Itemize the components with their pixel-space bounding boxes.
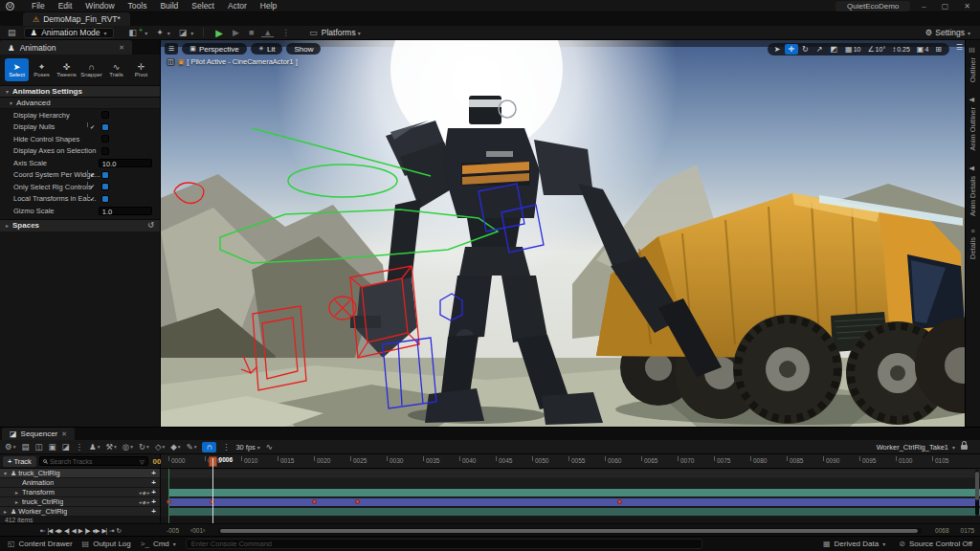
keyframe-options-icon[interactable]: ◇ ▾ [155,442,165,452]
snap-options-icon[interactable]: ⋮ [222,442,231,452]
loop-toggle-button[interactable]: ↻ [117,527,121,535]
close-icon[interactable]: ✕ [61,430,67,438]
spaces-settings-icon[interactable]: ↺ [147,221,154,230]
keyframe-nav[interactable]: ◂◆▸ [139,490,150,496]
platforms-button[interactable]: ▭ Platforms ▾ [307,28,360,37]
fps-selector[interactable]: 30 fps ▾ [235,443,259,452]
sequencer-track-row[interactable]: ▸ ♟ truck_CtrlRig ◂◆▸ + [0,497,160,507]
keyframe-dot[interactable] [312,499,317,504]
blueprints-button[interactable]: ✦ ▾ [154,28,170,37]
checkbox[interactable]: ✓ [101,171,109,179]
advanced-header[interactable]: ▾ Advanced [0,98,160,109]
browse-sequence-icon[interactable]: ◫ ▾ [34,442,42,452]
rotation-snap-icon[interactable]: ∠ 10° [864,44,888,55]
edit-options-icon[interactable]: ✎ ▾ [187,442,197,452]
grid-snap-icon[interactable]: ▦ 10 [842,44,863,55]
set-end-button[interactable]: ⇥ [109,527,113,535]
add-section-icon[interactable]: + [151,469,156,477]
sequencer-track-row[interactable]: ♟ Animation ◂◆▸ + [0,478,160,488]
level-tab[interactable]: ⚠ DemoMap_Fin_RVT* [23,12,130,26]
value-field[interactable]: 10.0 [99,159,152,167]
menu-item[interactable]: Tools [122,1,153,11]
cinematics-button[interactable]: ◪ ▾ [177,28,194,37]
menu-item[interactable]: Select [186,1,220,11]
save-icon[interactable]: ▤ [6,28,18,37]
playhead[interactable]: 0006 [212,454,213,523]
sequence-breadcrumb[interactable]: Worker_CtrlRig_Take1 ▾ [877,443,968,452]
keyframe-dot[interactable] [617,499,622,504]
track-lane-worker[interactable] [161,507,980,517]
checkbox[interactable]: ✓ [101,123,109,131]
console-input[interactable] [186,539,702,549]
menu-item[interactable]: File [26,1,51,11]
perspective-selector[interactable]: ▣ Perspective [182,43,246,55]
move-tool-icon[interactable]: ✛ [785,44,798,55]
timeline-ruler[interactable]: 0000000500100015002000250030003500400045… [161,454,980,469]
bindings-icon[interactable]: ♟ ▾ [89,442,100,452]
viewport-options-icon[interactable]: ☰ [956,43,963,52]
scale-tool-icon[interactable]: ↗ [813,44,827,55]
save-sequence-icon[interactable]: ▤ ▾ [21,442,29,452]
filter-icon[interactable]: ▽ [140,458,145,465]
scale-snap-icon[interactable]: ↕ 0.25 [889,44,913,55]
expander-icon[interactable]: ▾ [4,470,11,476]
add-track-button[interactable]: + Track [3,456,36,467]
side-panel-tab[interactable]: Outliner ☰ [969,46,977,82]
maximize-icon[interactable]: ⊞ [932,44,946,55]
maximize-button[interactable]: ▢ [938,2,953,11]
animation-settings-header[interactable]: ▾ Animation Settings [0,85,160,98]
next-keyframe-button[interactable]: ▶| [101,527,106,535]
eject-button[interactable]: ▲ [261,29,274,37]
add-section-icon[interactable]: + [151,478,156,487]
anim-mode-button[interactable]: ✛ Pivot [129,58,153,81]
add-section-icon[interactable]: + [151,507,156,516]
add-actor-button[interactable]: ◧ + ▾ [127,28,148,37]
add-section-icon[interactable]: + [151,497,156,506]
timeline-vertical-scrollbar[interactable] [975,470,979,516]
prev-keyframe-button[interactable]: |◀ [47,527,52,535]
track-lane-group[interactable] [161,469,980,478]
show-flags-button[interactable]: Show [286,43,321,55]
sequencer-options-icon[interactable]: ⚙ ▾ [5,442,15,452]
unreal-logo-icon[interactable]: U [6,2,14,11]
menu-item[interactable]: Help [255,1,282,11]
anim-mode-button[interactable]: ∩ Snapper [79,58,103,81]
track-lane-transform[interactable] [161,488,980,497]
menu-item[interactable]: Window [79,1,120,11]
checkbox[interactable]: ✓ [101,183,109,190]
rotate-tool-icon[interactable]: ↻ [799,44,813,55]
timeline-horizontal-scrollbar[interactable] [218,528,922,534]
close-button[interactable]: ✕ [960,2,974,11]
expander-icon[interactable]: ▸ [15,489,22,496]
step-forward-button[interactable]: |▶ [85,527,90,535]
skip-button[interactable]: ▶ [231,28,241,37]
side-panel-tab[interactable]: Anim Outliner ♟ [969,96,977,150]
playback-range-end[interactable]: 0068 [935,527,948,534]
close-icon[interactable]: ✕ [119,44,124,52]
checkbox[interactable]: ✓ [101,147,109,155]
side-panel-tab[interactable]: Anim Details ♟ [969,165,977,216]
select-tool-icon[interactable]: ➤ [771,44,785,55]
playback-options-icon[interactable]: ↻ ▾ [139,442,149,452]
expander-icon[interactable]: ▸ [4,508,11,515]
stop-button[interactable]: ■ [247,28,256,37]
anim-mode-button[interactable]: ➤ Select [5,58,29,81]
sequencer-track-row[interactable]: ▸ ♟ Worker_CtrlRig ◂◆▸ + [0,507,160,517]
kebab-icon[interactable]: ⋮ ▾ [76,442,84,452]
settings-button[interactable]: ⚙ Settings ▾ [925,28,970,37]
viewport-scene[interactable] [161,40,965,427]
minimize-button[interactable]: – [918,2,929,11]
curve-editor-icon[interactable]: ∿ [266,442,273,452]
track-lane-animation[interactable] [161,478,980,488]
sequencer-track-row[interactable]: ▸ ♟ Transform ◂◆▸ + [0,488,160,497]
spaces-header[interactable]: ▸ Spaces ↺ [0,219,160,231]
lock-icon[interactable] [961,445,968,450]
expander-icon[interactable]: ▸ [15,498,22,505]
sequencer-tab[interactable]: ◪ Sequencer ✕ [2,428,75,440]
view-options-icon[interactable]: ◎ ▾ [122,442,133,452]
autokey-icon[interactable]: ◆ ▾ [170,442,180,452]
output-log-button[interactable]: ▤ Output Log [82,540,131,548]
anim-mode-button[interactable]: ✜ Tweens [55,58,78,81]
step-back-button[interactable]: ◀| [64,527,69,535]
surface-snap-icon[interactable]: ◩ [828,44,842,55]
